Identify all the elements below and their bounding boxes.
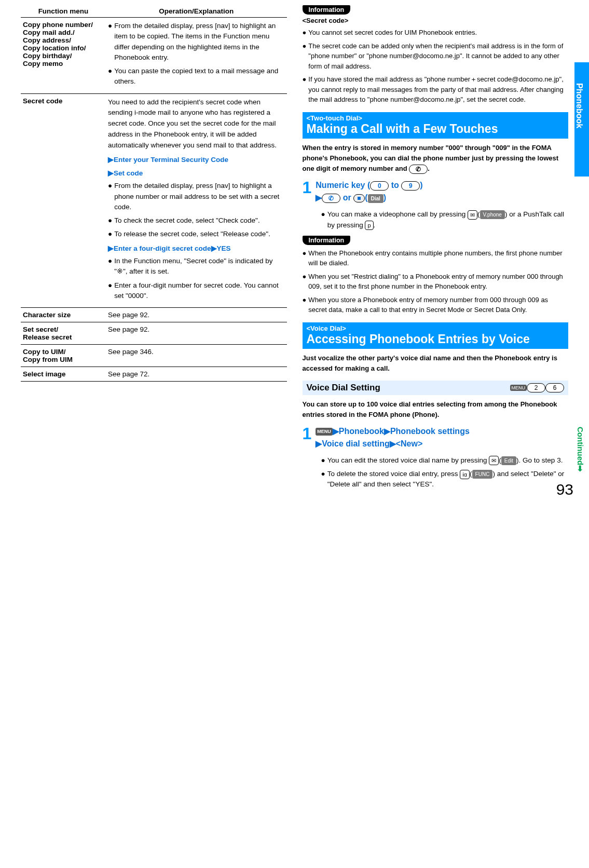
section1-step1: 1 Numeric key (0 to 9) ▶✆ or (Dial): [303, 179, 569, 204]
section2-subitems: ●You can edit the stored voice dial name…: [321, 455, 569, 490]
right-column: Information <Secret code> ●You cannot se…: [303, 5, 569, 493]
info2-i0: When the Phonebook entry contains multip…: [308, 248, 568, 268]
info-secret-code: Information <Secret code> ●You cannot se…: [303, 5, 569, 105]
i-key-icon: iα: [460, 470, 470, 479]
s2-step1-body: MENU▶Phonebook▶Phonebook settings ▶Voice…: [316, 425, 568, 450]
continued-label: Continued➡: [576, 427, 585, 472]
secret-i2: To check the secret code, select "Check …: [114, 215, 259, 226]
info1-i1: The secret code can be added only when t…: [308, 41, 568, 72]
side-tab: Phonebook: [574, 62, 589, 177]
row-uim-label: Copy to UIM/ Copy from UIM: [21, 345, 106, 367]
pushtalk-key-icon: p: [365, 221, 373, 230]
section1-title: Making a Call with a Few Touches: [307, 122, 565, 135]
s2-step-num-1: 1: [303, 425, 312, 450]
secret-step2: ▶Set code: [108, 168, 285, 179]
row-secret-content: You need to add the recipient's secret c…: [106, 93, 287, 308]
step-num-1: 1: [303, 179, 312, 204]
row-charsize-text: See page 92.: [106, 308, 287, 322]
function-menu-table: Function menu Operation/Explanation Copy…: [21, 5, 287, 382]
secret-step3: ▶Enter a four-digit secret code▶YES: [108, 243, 285, 254]
section2-tag: <Voice Dial>: [307, 324, 565, 332]
mail-key-icon-2: ✉: [489, 456, 499, 465]
left-column: Function menu Operation/Explanation Copy…: [21, 5, 287, 493]
nav-key-icon: [353, 194, 365, 202]
row-copy-item1: From the detailed display, press [nav] t…: [114, 21, 284, 63]
th-function-menu: Function menu: [21, 5, 106, 18]
dial-chip: Dial: [368, 194, 383, 203]
continued-arrow-icon: ➡: [576, 466, 585, 472]
section1-tag: <Two-touch Dial>: [307, 114, 565, 122]
row-copy-content: ●From the detailed display, press [nav] …: [106, 18, 287, 94]
row-selimg-label: Select image: [21, 367, 106, 382]
call-key-icon-2: ✆: [322, 194, 340, 203]
voice-dial-setting-title: Voice Dial Setting: [307, 383, 380, 393]
section1-subitems: ●You can make a videophone call by press…: [321, 209, 569, 230]
side-tab-label: Phonebook: [574, 62, 584, 128]
secret-i3: To release the secret code, select "Rele…: [114, 229, 270, 239]
section-voice-dial: <Voice Dial> Accessing Phonebook Entries…: [303, 322, 569, 349]
row-selimg-text: See page 72.: [106, 367, 287, 382]
key-6: 6: [545, 383, 564, 392]
secret-intro: You need to add the recipient's secret c…: [108, 97, 285, 152]
row-uim-text: See page 346.: [106, 345, 287, 367]
func-chip: FUNC: [472, 470, 493, 479]
menu-chip: MENU: [510, 385, 527, 391]
key-9-icon: 9: [401, 181, 420, 191]
info-two-touch: Information ●When the Phonebook entry co…: [303, 236, 569, 315]
section2-desc: Just vocalize the other party's voice di…: [303, 353, 569, 374]
info1-i2: If you have stored the mail address as "…: [308, 74, 568, 105]
secret-i5: Enter a four-digit number for secret cod…: [114, 280, 284, 302]
info-sub: <Secret code>: [303, 17, 569, 24]
edit-chip: Edit: [501, 456, 516, 465]
step1-body: Numeric key (0 to 9) ▶✆ or (Dial): [316, 179, 568, 204]
key-0-icon: 0: [370, 181, 389, 191]
s2-sub0: You can edit the stored voice dial name …: [327, 455, 563, 466]
s1-sub0: You can make a videophone call by pressi…: [327, 209, 568, 230]
call-key-icon: ✆: [409, 165, 428, 174]
s2-sub1: To delete the stored voice dial entry, p…: [327, 469, 568, 490]
key-2: 2: [527, 383, 545, 392]
section2-title: Accessing Phonebook Entries by Voice: [307, 332, 565, 346]
info2-i2: When you store a Phonebook entry of memo…: [308, 295, 568, 315]
info2-badge: Information: [303, 236, 351, 245]
secret-i4: In the Function menu, "Secret code" is i…: [114, 256, 284, 277]
mail-key-icon: ✉: [468, 210, 477, 220]
section2-step1: 1 MENU▶Phonebook▶Phonebook settings ▶Voi…: [303, 425, 569, 450]
voice-dial-setting-header: Voice Dial Setting MENU26: [303, 381, 569, 395]
info1-i0: You cannot set secret codes for UIM Phon…: [308, 28, 477, 38]
info-badge: Information: [303, 5, 351, 15]
row-copy-item2: You can paste the copied text to a mail …: [114, 66, 284, 87]
section1-desc: When the entry is stored in memory numbe…: [303, 143, 569, 174]
th-operation: Operation/Explanation: [106, 5, 287, 18]
section-two-touch: <Two-touch Dial> Making a Call with a Fe…: [303, 112, 569, 139]
row-copy-labels: Copy phone number/ Copy mail add./ Copy …: [21, 18, 106, 94]
secret-step1: ▶Enter your Terminal Security Code: [108, 154, 285, 166]
menu-key-icon: MENU: [316, 428, 333, 436]
menu-shortcut: MENU26: [510, 383, 565, 393]
voice-dial-setting-desc: You can store up to 100 voice dial entri…: [303, 399, 569, 420]
vphone-chip: V.phone: [480, 210, 505, 219]
secret-i1: From the detailed display, press [nav] t…: [114, 181, 284, 212]
page-number: 93: [556, 481, 573, 498]
info2-i1: When you set "Restrict dialing" to a Pho…: [308, 272, 568, 292]
row-setsecret-text: See page 92.: [106, 322, 287, 345]
row-secret-label: Secret code: [21, 93, 106, 308]
row-charsize-label: Character size: [21, 308, 106, 322]
row-setsecret-label: Set secret/ Release secret: [21, 322, 106, 345]
